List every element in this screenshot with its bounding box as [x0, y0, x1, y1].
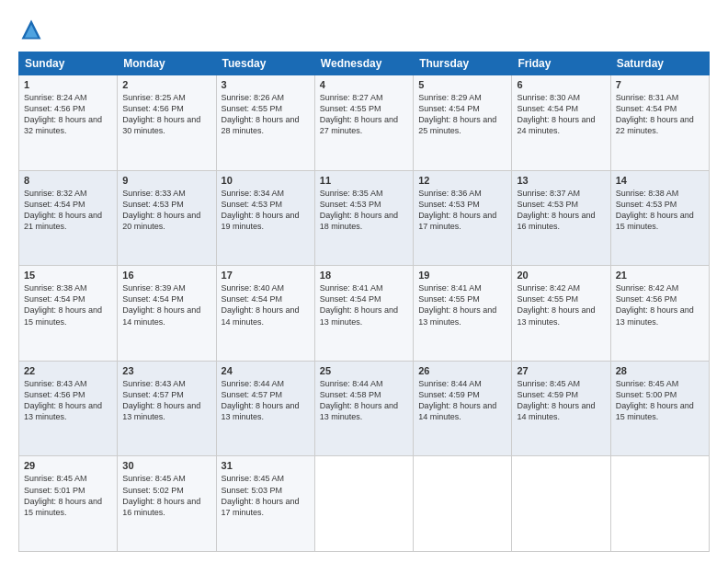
day-number: 25	[320, 365, 408, 376]
day-number: 9	[122, 175, 210, 186]
cell-info: Sunrise: 8:38 AMSunset: 4:54 PMDaylight:…	[24, 283, 102, 326]
cell-info: Sunrise: 8:25 AMSunset: 4:56 PMDaylight:…	[122, 93, 200, 135]
calendar-header-row: SundayMondayTuesdayWednesdayThursdayFrid…	[19, 52, 710, 75]
cell-info: Sunrise: 8:45 AMSunset: 5:01 PMDaylight:…	[24, 474, 102, 516]
calendar-cell: 4 Sunrise: 8:27 AMSunset: 4:55 PMDayligh…	[314, 75, 413, 171]
cell-info: Sunrise: 8:34 AMSunset: 4:53 PMDaylight:…	[222, 189, 300, 231]
header	[18, 17, 710, 42]
cell-info: Sunrise: 8:35 AMSunset: 4:53 PMDaylight:…	[320, 189, 398, 231]
calendar-cell: 18 Sunrise: 8:41 AMSunset: 4:54 PMDaylig…	[314, 266, 413, 362]
day-header-saturday: Saturday	[610, 52, 709, 75]
cell-info: Sunrise: 8:45 AMSunset: 5:02 PMDaylight:…	[122, 474, 200, 516]
cell-info: Sunrise: 8:43 AMSunset: 4:57 PMDaylight:…	[122, 379, 200, 421]
logo-icon	[18, 17, 44, 42]
calendar-cell	[610, 456, 709, 552]
calendar-cell: 29 Sunrise: 8:45 AMSunset: 5:01 PMDaylig…	[19, 456, 118, 552]
calendar-cell: 16 Sunrise: 8:39 AMSunset: 4:54 PMDaylig…	[118, 266, 216, 362]
calendar-week-1: 1 Sunrise: 8:24 AMSunset: 4:56 PMDayligh…	[19, 75, 710, 171]
cell-info: Sunrise: 8:32 AMSunset: 4:54 PMDaylight:…	[24, 189, 102, 231]
day-number: 17	[222, 270, 310, 281]
calendar-table: SundayMondayTuesdayWednesdayThursdayFrid…	[18, 52, 710, 552]
cell-info: Sunrise: 8:37 AMSunset: 4:53 PMDaylight:…	[517, 189, 595, 231]
cell-info: Sunrise: 8:43 AMSunset: 4:56 PMDaylight:…	[24, 379, 102, 421]
day-number: 7	[616, 79, 704, 90]
calendar-cell: 30 Sunrise: 8:45 AMSunset: 5:02 PMDaylig…	[118, 456, 216, 552]
day-number: 24	[222, 365, 310, 376]
cell-info: Sunrise: 8:24 AMSunset: 4:56 PMDaylight:…	[24, 93, 102, 135]
cell-info: Sunrise: 8:45 AMSunset: 5:03 PMDaylight:…	[222, 474, 300, 516]
cell-info: Sunrise: 8:42 AMSunset: 4:56 PMDaylight:…	[616, 283, 694, 326]
day-number: 1	[24, 79, 112, 90]
day-number: 27	[517, 365, 605, 376]
day-number: 10	[222, 175, 310, 186]
day-number: 26	[418, 365, 506, 376]
calendar-cell: 6 Sunrise: 8:30 AMSunset: 4:54 PMDayligh…	[512, 75, 610, 171]
calendar-cell: 13 Sunrise: 8:37 AMSunset: 4:53 PMDaylig…	[512, 170, 610, 266]
day-number: 14	[616, 175, 704, 186]
calendar-cell: 3 Sunrise: 8:26 AMSunset: 4:55 PMDayligh…	[216, 75, 314, 171]
day-number: 30	[122, 460, 210, 471]
cell-info: Sunrise: 8:36 AMSunset: 4:53 PMDaylight:…	[418, 189, 496, 231]
calendar-week-3: 15 Sunrise: 8:38 AMSunset: 4:54 PMDaylig…	[19, 266, 710, 362]
calendar-cell: 31 Sunrise: 8:45 AMSunset: 5:03 PMDaylig…	[216, 456, 314, 552]
calendar-cell	[314, 456, 413, 552]
day-number: 15	[24, 270, 112, 281]
day-number: 31	[222, 460, 310, 471]
day-header-sunday: Sunday	[19, 52, 118, 75]
day-number: 19	[418, 270, 506, 281]
calendar-cell: 12 Sunrise: 8:36 AMSunset: 4:53 PMDaylig…	[414, 170, 512, 266]
day-number: 4	[320, 79, 408, 90]
cell-info: Sunrise: 8:38 AMSunset: 4:53 PMDaylight:…	[616, 189, 694, 231]
day-number: 3	[222, 79, 310, 90]
cell-info: Sunrise: 8:42 AMSunset: 4:55 PMDaylight:…	[517, 283, 595, 326]
day-number: 11	[320, 175, 408, 186]
day-number: 22	[24, 365, 112, 376]
logo	[18, 17, 48, 42]
day-number: 23	[122, 365, 210, 376]
day-number: 12	[418, 175, 506, 186]
calendar-cell: 26 Sunrise: 8:44 AMSunset: 4:59 PMDaylig…	[414, 361, 512, 456]
calendar-cell: 8 Sunrise: 8:32 AMSunset: 4:54 PMDayligh…	[19, 170, 118, 266]
calendar-week-2: 8 Sunrise: 8:32 AMSunset: 4:54 PMDayligh…	[19, 170, 710, 266]
calendar-cell: 28 Sunrise: 8:45 AMSunset: 5:00 PMDaylig…	[610, 361, 709, 456]
calendar-cell: 5 Sunrise: 8:29 AMSunset: 4:54 PMDayligh…	[414, 75, 512, 171]
cell-info: Sunrise: 8:39 AMSunset: 4:54 PMDaylight:…	[122, 283, 200, 326]
cell-info: Sunrise: 8:33 AMSunset: 4:53 PMDaylight:…	[122, 189, 200, 231]
calendar-cell: 15 Sunrise: 8:38 AMSunset: 4:54 PMDaylig…	[19, 266, 118, 362]
calendar-cell	[512, 456, 610, 552]
calendar-cell: 23 Sunrise: 8:43 AMSunset: 4:57 PMDaylig…	[118, 361, 216, 456]
calendar-cell: 19 Sunrise: 8:41 AMSunset: 4:55 PMDaylig…	[414, 266, 512, 362]
cell-info: Sunrise: 8:41 AMSunset: 4:55 PMDaylight:…	[418, 283, 496, 326]
calendar-cell: 25 Sunrise: 8:44 AMSunset: 4:58 PMDaylig…	[314, 361, 413, 456]
calendar-cell: 2 Sunrise: 8:25 AMSunset: 4:56 PMDayligh…	[118, 75, 216, 171]
calendar-cell: 27 Sunrise: 8:45 AMSunset: 4:59 PMDaylig…	[512, 361, 610, 456]
cell-info: Sunrise: 8:44 AMSunset: 4:57 PMDaylight:…	[222, 379, 300, 421]
cell-info: Sunrise: 8:44 AMSunset: 4:59 PMDaylight:…	[418, 379, 496, 421]
calendar-cell: 9 Sunrise: 8:33 AMSunset: 4:53 PMDayligh…	[118, 170, 216, 266]
calendar-cell: 10 Sunrise: 8:34 AMSunset: 4:53 PMDaylig…	[216, 170, 314, 266]
cell-info: Sunrise: 8:29 AMSunset: 4:54 PMDaylight:…	[418, 93, 496, 135]
day-number: 8	[24, 175, 112, 186]
day-number: 28	[616, 365, 704, 376]
cell-info: Sunrise: 8:27 AMSunset: 4:55 PMDaylight:…	[320, 93, 398, 135]
calendar-cell: 14 Sunrise: 8:38 AMSunset: 4:53 PMDaylig…	[610, 170, 709, 266]
day-number: 21	[616, 270, 704, 281]
cell-info: Sunrise: 8:40 AMSunset: 4:54 PMDaylight:…	[222, 283, 300, 326]
cell-info: Sunrise: 8:30 AMSunset: 4:54 PMDaylight:…	[517, 93, 595, 135]
calendar-cell: 22 Sunrise: 8:43 AMSunset: 4:56 PMDaylig…	[19, 361, 118, 456]
calendar-cell: 21 Sunrise: 8:42 AMSunset: 4:56 PMDaylig…	[610, 266, 709, 362]
cell-info: Sunrise: 8:26 AMSunset: 4:55 PMDaylight:…	[222, 93, 300, 135]
day-number: 13	[517, 175, 605, 186]
calendar-cell: 17 Sunrise: 8:40 AMSunset: 4:54 PMDaylig…	[216, 266, 314, 362]
page: SundayMondayTuesdayWednesdayThursdayFrid…	[0, 0, 728, 563]
day-header-friday: Friday	[512, 52, 610, 75]
cell-info: Sunrise: 8:44 AMSunset: 4:58 PMDaylight:…	[320, 379, 398, 421]
day-number: 2	[122, 79, 210, 90]
day-header-tuesday: Tuesday	[216, 52, 314, 75]
day-number: 20	[517, 270, 605, 281]
cell-info: Sunrise: 8:41 AMSunset: 4:54 PMDaylight:…	[320, 283, 398, 326]
calendar-week-5: 29 Sunrise: 8:45 AMSunset: 5:01 PMDaylig…	[19, 456, 710, 552]
day-header-monday: Monday	[118, 52, 216, 75]
calendar-cell: 24 Sunrise: 8:44 AMSunset: 4:57 PMDaylig…	[216, 361, 314, 456]
day-number: 5	[418, 79, 506, 90]
